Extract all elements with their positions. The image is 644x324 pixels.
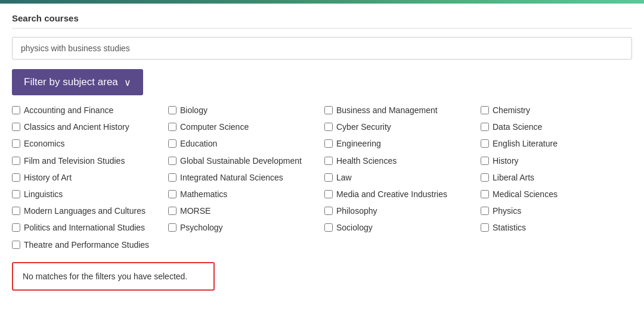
subject-checkbox-history[interactable] — [481, 157, 489, 165]
subject-item-liberal-arts[interactable]: Liberal Arts — [481, 172, 632, 183]
subject-label-education: Education — [180, 138, 217, 149]
subject-checkbox-morse[interactable] — [168, 207, 177, 215]
filter-by-subject-button[interactable]: Filter by subject area ∨ — [12, 69, 143, 95]
subject-item-film-tv[interactable]: Film and Television Studies — [12, 155, 163, 166]
subject-item-business[interactable]: Business and Management — [324, 105, 476, 116]
subject-label-law: Law — [336, 172, 352, 183]
subject-item-physics[interactable]: Physics — [481, 205, 632, 216]
subject-checkbox-chemistry[interactable] — [481, 106, 489, 114]
subject-checkbox-data-science[interactable] — [481, 123, 489, 131]
subject-label-health-sciences: Health Sciences — [336, 155, 397, 166]
search-input[interactable] — [12, 37, 632, 60]
subject-checkbox-classics[interactable] — [12, 123, 20, 131]
search-input-wrapper — [12, 37, 632, 60]
subject-checkbox-film-tv[interactable] — [12, 157, 20, 165]
subject-item-law[interactable]: Law — [324, 172, 476, 183]
subject-checkbox-biology[interactable] — [168, 106, 177, 114]
search-label: Search courses — [12, 13, 632, 23]
subject-checkbox-psychology[interactable] — [168, 223, 177, 232]
subject-checkbox-history-of-art[interactable] — [12, 173, 20, 182]
subject-item-history[interactable]: History — [481, 155, 632, 166]
no-matches-message: No matches for the filters you have sele… — [23, 272, 187, 281]
subject-item-sociology[interactable]: Sociology — [324, 222, 476, 233]
subject-checkbox-politics[interactable] — [12, 223, 20, 232]
subject-label-sociology: Sociology — [336, 222, 373, 233]
subject-item-economics[interactable]: Economics — [12, 138, 163, 149]
subject-checkbox-global-sustainable[interactable] — [168, 157, 177, 165]
subject-item-biology[interactable]: Biology — [168, 105, 320, 116]
subject-item-cyber-security[interactable]: Cyber Security — [324, 122, 476, 132]
subject-checkbox-liberal-arts[interactable] — [481, 173, 489, 182]
subject-item-modern-languages[interactable]: Modern Languages and Cultures — [12, 205, 163, 216]
subject-item-politics[interactable]: Politics and International Studies — [12, 222, 163, 233]
subject-label-history: History — [493, 155, 519, 166]
subject-checkbox-integrated-natural[interactable] — [168, 173, 177, 182]
subject-label-physics: Physics — [493, 205, 521, 216]
no-matches-box: No matches for the filters you have sele… — [12, 262, 215, 291]
subject-checkbox-health-sciences[interactable] — [324, 157, 333, 165]
subject-item-theatre[interactable]: Theatre and Performance Studies — [12, 239, 163, 250]
subject-label-chemistry: Chemistry — [493, 105, 530, 116]
subject-item-psychology[interactable]: Psychology — [168, 222, 320, 233]
subject-checkbox-statistics[interactable] — [481, 223, 489, 232]
subject-checkbox-business[interactable] — [324, 106, 333, 114]
subject-item-health-sciences[interactable]: Health Sciences — [324, 155, 476, 166]
subject-checkbox-law[interactable] — [324, 173, 333, 182]
subject-checkbox-physics[interactable] — [481, 207, 489, 215]
subject-checkbox-english-literature[interactable] — [481, 139, 489, 148]
subject-label-computer-science: Computer Science — [180, 122, 249, 132]
subject-checkbox-media-creative[interactable] — [324, 190, 333, 198]
subject-item-history-of-art[interactable]: History of Art — [12, 172, 163, 183]
subject-label-integrated-natural: Integrated Natural Sciences — [180, 172, 283, 183]
subject-checkbox-modern-languages[interactable] — [12, 207, 20, 215]
subject-label-economics: Economics — [24, 138, 64, 149]
subject-label-morse: MORSE — [180, 205, 210, 216]
subject-label-media-creative: Media and Creative Industries — [336, 189, 447, 200]
subject-label-cyber-security: Cyber Security — [336, 122, 391, 132]
subject-item-philosophy[interactable]: Philosophy — [324, 205, 476, 216]
subject-item-english-literature[interactable]: English Literature — [481, 138, 632, 149]
subject-item-media-creative[interactable]: Media and Creative Industries — [324, 189, 476, 200]
subject-item-integrated-natural[interactable]: Integrated Natural Sciences — [168, 172, 320, 183]
subject-label-data-science: Data Science — [493, 122, 542, 132]
subject-checkbox-computer-science[interactable] — [168, 123, 177, 131]
subject-checkbox-theatre[interactable] — [12, 241, 20, 249]
subject-item-linguistics[interactable]: Linguistics — [12, 189, 163, 200]
subject-label-film-tv: Film and Television Studies — [24, 155, 125, 166]
subject-checkbox-mathematics[interactable] — [168, 190, 177, 198]
subject-checkbox-education[interactable] — [168, 139, 177, 148]
subject-label-history-of-art: History of Art — [24, 172, 72, 183]
subject-label-liberal-arts: Liberal Arts — [493, 172, 534, 183]
subject-item-data-science[interactable]: Data Science — [481, 122, 632, 132]
subject-item-mathematics[interactable]: Mathematics — [168, 189, 320, 200]
subject-label-english-literature: English Literature — [493, 138, 558, 149]
subject-checkbox-cyber-security[interactable] — [324, 123, 333, 131]
subject-label-medical-sciences: Medical Sciences — [493, 189, 558, 200]
subject-label-global-sustainable: Global Sustainable Development — [180, 155, 302, 166]
subject-item-education[interactable]: Education — [168, 138, 320, 149]
subject-checkbox-philosophy[interactable] — [324, 207, 333, 215]
subject-item-classics[interactable]: Classics and Ancient History — [12, 122, 163, 132]
subject-item-chemistry[interactable]: Chemistry — [481, 105, 632, 116]
subject-label-business: Business and Management — [336, 105, 438, 116]
chevron-down-icon: ∨ — [124, 77, 131, 88]
subject-item-accounting[interactable]: Accounting and Finance — [12, 105, 163, 116]
subject-item-morse[interactable]: MORSE — [168, 205, 320, 216]
subject-checkbox-sociology[interactable] — [324, 223, 333, 232]
subject-label-engineering: Engineering — [336, 138, 381, 149]
subject-checkbox-medical-sciences[interactable] — [481, 190, 489, 198]
subject-checkbox-economics[interactable] — [12, 139, 20, 148]
subject-item-global-sustainable[interactable]: Global Sustainable Development — [168, 155, 320, 166]
subject-checkbox-linguistics[interactable] — [12, 190, 20, 198]
subject-checkbox-engineering[interactable] — [324, 139, 333, 148]
subject-item-medical-sciences[interactable]: Medical Sciences — [481, 189, 632, 200]
subject-item-statistics[interactable]: Statistics — [481, 222, 632, 233]
page-container: Search courses Filter by subject area ∨ … — [0, 4, 644, 300]
subject-label-theatre: Theatre and Performance Studies — [24, 239, 149, 250]
subject-checkbox-accounting[interactable] — [12, 106, 20, 114]
subject-item-computer-science[interactable]: Computer Science — [168, 122, 320, 132]
subject-item-engineering[interactable]: Engineering — [324, 138, 476, 149]
subject-label-statistics: Statistics — [493, 222, 526, 233]
subject-label-classics: Classics and Ancient History — [24, 122, 129, 132]
divider — [12, 28, 632, 29]
